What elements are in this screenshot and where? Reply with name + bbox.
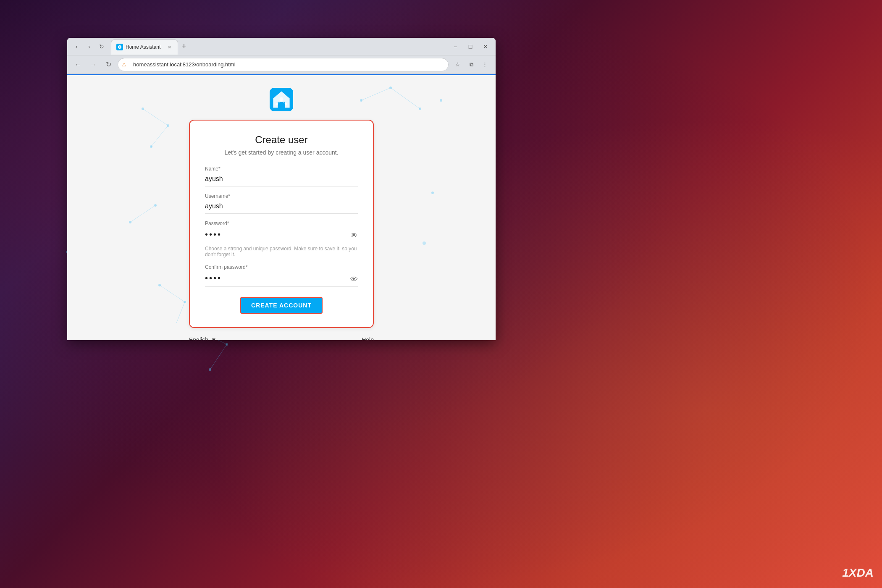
- address-bar: ← → ↻ ⚠ ☆ ⧉ ⋮: [67, 55, 496, 74]
- minimize-button[interactable]: −: [449, 40, 462, 53]
- forward-button[interactable]: ›: [83, 41, 95, 52]
- username-field-group: Username*: [205, 193, 358, 214]
- name-field-group: Name*: [205, 166, 358, 186]
- create-account-button[interactable]: CREATE ACCOUNT: [240, 297, 323, 314]
- svg-point-18: [226, 343, 228, 346]
- confirm-password-toggle-button[interactable]: 👁: [350, 275, 358, 284]
- back-button[interactable]: ‹: [71, 41, 82, 52]
- confirm-password-label: Confirm password*: [205, 264, 358, 270]
- confirm-password-input[interactable]: [205, 272, 358, 287]
- name-input[interactable]: [205, 173, 358, 186]
- forward-nav-button[interactable]: →: [87, 59, 99, 71]
- page-inner: Create user Let's get started by creatin…: [67, 75, 496, 340]
- form-title: Create user: [205, 134, 358, 146]
- confirm-password-field-group: Confirm password* 👁: [205, 264, 358, 287]
- password-label: Password*: [205, 220, 358, 226]
- reload-button[interactable]: ↻: [96, 41, 108, 52]
- chevron-down-icon: ▼: [211, 336, 217, 340]
- password-wrapper: 👁: [205, 228, 358, 243]
- maximize-button[interactable]: □: [464, 40, 477, 53]
- back-nav-button[interactable]: ←: [72, 59, 84, 71]
- username-label: Username*: [205, 193, 358, 199]
- page-content: Create user Let's get started by creatin…: [67, 75, 496, 340]
- security-warning-icon: ⚠: [122, 62, 126, 68]
- new-tab-button[interactable]: +: [178, 41, 190, 52]
- language-selector[interactable]: English ▼: [189, 336, 217, 340]
- tab-bar: Home Assistant ✕ +: [111, 38, 449, 55]
- browser-window: ‹ › ↻ Home Assistant ✕ + − □ ✕ ← →: [67, 38, 496, 340]
- tab-title: Home Assistant: [126, 44, 160, 50]
- password-input[interactable]: [205, 228, 358, 243]
- extensions-button[interactable]: ⧉: [465, 59, 477, 71]
- password-toggle-button[interactable]: 👁: [350, 231, 358, 240]
- address-input-wrapper: ⚠: [118, 58, 449, 71]
- menu-button[interactable]: ⋮: [479, 59, 491, 71]
- title-bar: ‹ › ↻ Home Assistant ✕ + − □ ✕: [67, 38, 496, 55]
- help-link[interactable]: Help: [362, 336, 374, 340]
- active-tab[interactable]: Home Assistant ✕: [111, 39, 178, 55]
- page-footer: English ▼ Help: [189, 336, 374, 340]
- bookmark-button[interactable]: ☆: [452, 59, 464, 71]
- nav-btn-group: ‹ › ↻: [71, 41, 108, 52]
- name-label: Name*: [205, 166, 358, 172]
- tab-close-button[interactable]: ✕: [166, 44, 173, 50]
- window-controls: − □ ✕: [449, 40, 492, 53]
- form-card: Create user Let's get started by creatin…: [189, 120, 374, 328]
- close-button[interactable]: ✕: [479, 40, 492, 53]
- language-label: English: [189, 336, 208, 340]
- address-input[interactable]: [118, 58, 449, 71]
- watermark: 1XDA: [842, 566, 874, 580]
- address-bar-actions: ☆ ⧉ ⋮: [452, 59, 491, 71]
- confirm-password-wrapper: 👁: [205, 272, 358, 287]
- form-subtitle: Let's get started by creating a user acc…: [205, 149, 358, 156]
- svg-point-19: [209, 368, 211, 371]
- home-assistant-logo: [270, 88, 293, 111]
- svg-line-16: [210, 344, 227, 370]
- password-field-group: Password* 👁 Choose a strong and unique p…: [205, 220, 358, 257]
- password-hint: Choose a strong and unique password. Mak…: [205, 246, 358, 257]
- reload-nav-button[interactable]: ↻: [102, 59, 114, 71]
- tab-favicon: [116, 44, 123, 50]
- username-input[interactable]: [205, 201, 358, 214]
